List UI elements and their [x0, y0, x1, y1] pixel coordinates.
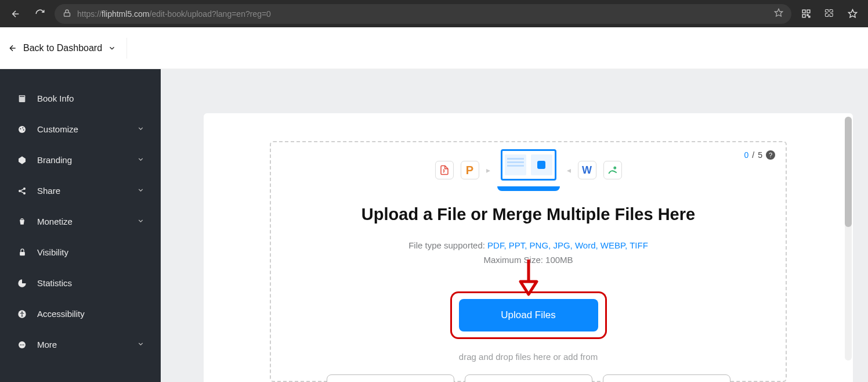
image-icon — [603, 161, 622, 179]
lock-icon — [16, 248, 28, 257]
pie-chart-icon — [16, 279, 28, 288]
chevron-down-icon — [137, 124, 144, 134]
money-icon — [16, 217, 28, 226]
palette-icon — [16, 125, 28, 134]
svg-rect-2 — [802, 10, 805, 13]
sidebar-item-label: Customize — [37, 124, 78, 134]
sidebar-item-customize[interactable]: Customize — [0, 114, 161, 145]
sidebar-item-label: More — [37, 340, 57, 349]
browser-toolbar: https://fliphtml5.com/edit-book/upload?l… — [0, 0, 868, 27]
more-icon — [16, 340, 28, 349]
supported-types-list: PDF, PPT, PNG, JPG, Word, WEBP, TIFF — [487, 240, 648, 250]
svg-rect-0 — [64, 12, 70, 16]
arrow-left-icon: ◂ — [567, 165, 571, 175]
max-size: Maximum Size: 100MB — [271, 255, 786, 265]
sidebar-item-label: Accessibility — [37, 309, 85, 319]
sidebar-item-label: Statistics — [37, 278, 72, 288]
upload-heading: Upload a File or Merge Multiple Files He… — [271, 205, 786, 224]
source-file-link-button[interactable]: File/iCloud Link — [327, 374, 454, 382]
arrow-right-icon: ▸ — [486, 165, 490, 175]
upload-dropzone[interactable]: 0 / 5 ? P ▸ ◂ W — [270, 141, 787, 382]
chevron-down-icon — [137, 340, 144, 349]
main-content: 0 / 5 ? P ▸ ◂ W — [161, 69, 868, 382]
sidebar-item-label: Visibility — [37, 247, 68, 257]
svg-marker-7 — [848, 9, 856, 17]
extensions-icon[interactable] — [819, 4, 839, 24]
sidebar-item-visibility[interactable]: Visibility — [0, 237, 161, 268]
annotation-highlight: Upload Files — [450, 291, 607, 339]
sidebar-item-label: Book Info — [37, 93, 74, 103]
svg-point-10 — [20, 128, 21, 129]
upload-files-button[interactable]: Upload Files — [459, 299, 598, 331]
scrollbar-thumb[interactable] — [845, 117, 852, 227]
url-text: https://fliphtml5.com/edit-book/upload?l… — [77, 9, 768, 19]
svg-point-13 — [19, 190, 21, 192]
bookmark-star-icon[interactable] — [774, 8, 783, 19]
accessibility-icon — [16, 309, 28, 319]
sidebar-item-more[interactable]: More — [0, 329, 161, 360]
supported-types: File type supported: PDF, PPT, PNG, JPG,… — [271, 240, 786, 250]
svg-rect-16 — [20, 252, 25, 255]
book-icon — [16, 94, 28, 103]
sidebar-item-book-info[interactable]: Book Info — [0, 83, 161, 114]
svg-point-20 — [20, 344, 21, 345]
qr-icon[interactable] — [796, 4, 816, 24]
help-icon[interactable]: ? — [766, 150, 775, 160]
back-to-dashboard-button[interactable]: Back to Dashboard — [8, 43, 116, 53]
chevron-down-icon — [137, 186, 144, 196]
svg-rect-3 — [806, 10, 809, 13]
external-sources-row: File/iCloud Link Google Drive Dropbox — [271, 374, 786, 382]
chevron-down-icon — [137, 217, 144, 226]
chevron-down-icon — [137, 155, 144, 165]
sidebar-item-label: Branding — [37, 155, 72, 165]
svg-point-22 — [23, 344, 24, 345]
sidebar-item-label: Share — [37, 186, 60, 196]
pdf-icon — [435, 161, 454, 179]
svg-rect-6 — [808, 16, 809, 17]
svg-marker-1 — [775, 9, 782, 16]
svg-point-18 — [21, 311, 23, 312]
sidebar-item-label: Monetize — [37, 217, 73, 226]
tag-icon — [16, 156, 28, 165]
page-header: Back to Dashboard — [0, 27, 868, 69]
svg-point-9 — [19, 126, 26, 133]
sidebar-item-statistics[interactable]: Statistics — [0, 268, 161, 298]
browser-refresh-button[interactable] — [30, 4, 50, 24]
sidebar: Book Info Customize Branding Share Monet… — [0, 69, 161, 382]
browser-back-button[interactable] — [6, 4, 26, 24]
back-label: Back to Dashboard — [23, 43, 102, 53]
svg-point-21 — [21, 344, 23, 345]
svg-rect-5 — [806, 15, 808, 16]
sidebar-item-monetize[interactable]: Monetize — [0, 206, 161, 237]
favorites-icon[interactable] — [842, 4, 862, 24]
svg-point-23 — [614, 167, 616, 169]
upload-card: 0 / 5 ? P ▸ ◂ W — [204, 113, 853, 382]
svg-point-12 — [23, 129, 24, 130]
file-type-illustration: P ▸ ◂ W — [271, 149, 786, 191]
lock-icon — [63, 9, 71, 19]
source-dropbox-button[interactable]: Dropbox — [603, 374, 730, 382]
source-google-drive-button[interactable]: Google Drive — [465, 374, 592, 382]
word-icon: W — [578, 161, 596, 179]
dragdrop-hint: drag and drop files here or add from — [271, 352, 786, 362]
svg-rect-4 — [802, 15, 805, 17]
upload-counter: 0 / 5 ? — [744, 150, 775, 160]
laptop-icon — [497, 149, 560, 191]
svg-point-11 — [22, 127, 23, 128]
address-bar[interactable]: https://fliphtml5.com/edit-book/upload?l… — [55, 4, 791, 24]
share-icon — [16, 186, 28, 196]
scrollbar[interactable] — [845, 117, 852, 361]
ppt-icon: P — [461, 161, 479, 179]
svg-rect-8 — [20, 96, 24, 96]
header-divider — [126, 38, 127, 59]
sidebar-item-branding[interactable]: Branding — [0, 145, 161, 175]
chevron-down-icon — [108, 44, 116, 52]
sidebar-item-accessibility[interactable]: Accessibility — [0, 298, 161, 329]
sidebar-item-share[interactable]: Share — [0, 175, 161, 206]
